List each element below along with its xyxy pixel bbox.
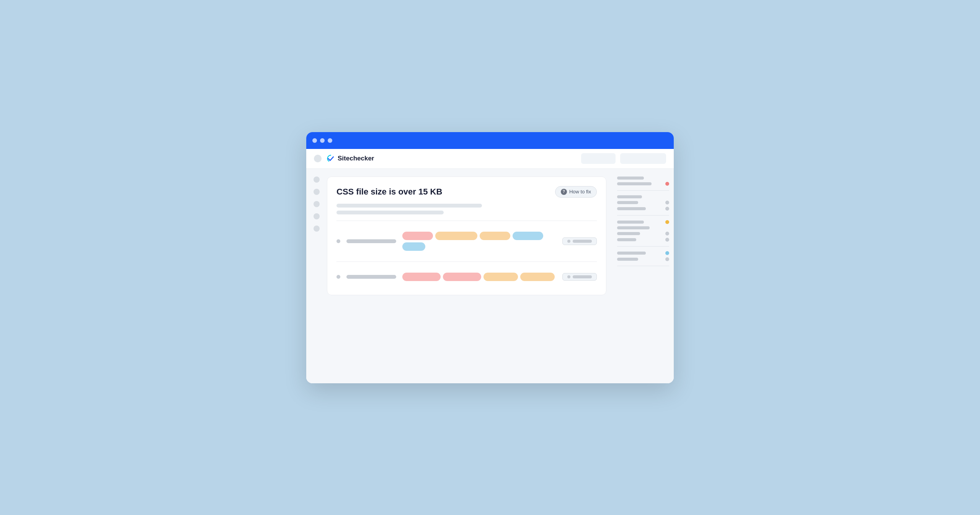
row-action-bar bbox=[573, 240, 592, 243]
row-action-2[interactable] bbox=[562, 273, 597, 281]
rp-line bbox=[617, 195, 642, 198]
tags-group-1 bbox=[402, 232, 556, 251]
rp-section-2 bbox=[617, 195, 669, 216]
sidebar-nav-2[interactable] bbox=[314, 189, 320, 195]
rp-row bbox=[617, 251, 669, 255]
description-line-1 bbox=[336, 204, 482, 208]
brand: Sitechecker bbox=[326, 154, 374, 163]
tag-pink-lg-2 bbox=[443, 273, 481, 281]
rp-row bbox=[617, 232, 669, 235]
rp-line bbox=[617, 201, 638, 204]
right-panel bbox=[612, 169, 674, 383]
how-to-fix-icon: ? bbox=[561, 189, 567, 195]
rp-indicator-orange bbox=[665, 220, 669, 224]
rp-indicator-red bbox=[665, 182, 669, 186]
rp-row bbox=[617, 207, 669, 211]
window-dot-1 bbox=[312, 138, 317, 143]
row-label-1 bbox=[346, 239, 396, 243]
sidebar-nav-3[interactable] bbox=[314, 201, 320, 207]
toolbar-button-1[interactable] bbox=[581, 153, 616, 164]
rp-section-3 bbox=[617, 220, 669, 247]
rp-row bbox=[617, 182, 669, 186]
rp-row bbox=[617, 201, 669, 204]
rp-line bbox=[617, 177, 644, 180]
rp-row bbox=[617, 220, 669, 224]
browser-titlebar bbox=[306, 132, 674, 149]
window-dot-3 bbox=[328, 138, 332, 143]
tag-peach-2 bbox=[480, 232, 510, 240]
row-dot-2 bbox=[336, 275, 340, 279]
tags-group-2 bbox=[402, 273, 556, 281]
brand-logo-icon bbox=[326, 154, 335, 163]
divider-2 bbox=[336, 262, 597, 262]
tag-blue-2 bbox=[402, 242, 425, 251]
toolbar-circle bbox=[314, 155, 322, 162]
rp-line bbox=[617, 221, 644, 224]
row-label-2 bbox=[346, 275, 396, 279]
row-action-1[interactable] bbox=[562, 237, 597, 245]
divider-1 bbox=[336, 221, 597, 221]
rp-line bbox=[617, 252, 646, 255]
rp-line bbox=[617, 232, 640, 235]
browser-content: CSS file size is over 15 KB ? How to fix bbox=[306, 169, 674, 383]
row-action-bar-2 bbox=[573, 275, 592, 278]
how-to-fix-label: How to fix bbox=[569, 189, 591, 195]
rp-row bbox=[617, 257, 669, 261]
rp-row bbox=[617, 195, 669, 198]
sidebar bbox=[306, 169, 327, 383]
rp-line bbox=[617, 182, 652, 185]
rp-line bbox=[617, 226, 650, 229]
tag-peach-xl-2 bbox=[520, 273, 555, 281]
browser-window: Sitechecker CSS file size is over 15 KB … bbox=[306, 132, 674, 383]
tag-peach-xl-1 bbox=[483, 273, 518, 281]
rp-dot-gray-2 bbox=[665, 207, 669, 211]
issue-card: CSS file size is over 15 KB ? How to fix bbox=[327, 177, 606, 295]
table-row bbox=[336, 268, 597, 286]
rp-dot-gray-4 bbox=[665, 238, 669, 242]
rp-dot-gray bbox=[665, 201, 669, 204]
card-title: CSS file size is over 15 KB bbox=[336, 187, 442, 197]
row-action-dot-2 bbox=[567, 275, 570, 278]
row-dot-1 bbox=[336, 239, 340, 243]
rp-line bbox=[617, 207, 646, 210]
sidebar-nav-1[interactable] bbox=[314, 177, 320, 183]
tag-pink-1 bbox=[402, 232, 433, 240]
sidebar-nav-4[interactable] bbox=[314, 213, 320, 219]
main-content: CSS file size is over 15 KB ? How to fix bbox=[327, 169, 612, 383]
rp-line bbox=[617, 258, 638, 261]
rp-line bbox=[617, 238, 636, 241]
window-dot-2 bbox=[320, 138, 325, 143]
browser-toolbar: Sitechecker bbox=[306, 149, 674, 169]
sidebar-nav-5[interactable] bbox=[314, 226, 320, 232]
tag-blue-1 bbox=[513, 232, 543, 240]
rp-row bbox=[617, 238, 669, 242]
description-line-2 bbox=[336, 211, 444, 214]
rp-dot-gray-5 bbox=[665, 257, 669, 261]
rp-section-4 bbox=[617, 251, 669, 266]
how-to-fix-button[interactable]: ? How to fix bbox=[555, 186, 597, 198]
row-action-dot bbox=[567, 240, 570, 243]
card-header: CSS file size is over 15 KB ? How to fix bbox=[336, 186, 597, 198]
rp-row bbox=[617, 226, 669, 229]
toolbar-button-2[interactable] bbox=[620, 153, 666, 164]
rp-section-1 bbox=[617, 177, 669, 191]
rp-dot-gray-3 bbox=[665, 232, 669, 235]
table-row bbox=[336, 227, 597, 255]
tag-peach-1 bbox=[435, 232, 477, 240]
rp-indicator-blue bbox=[665, 251, 669, 255]
rp-row bbox=[617, 177, 669, 180]
tag-pink-lg-1 bbox=[402, 273, 441, 281]
brand-name: Sitechecker bbox=[338, 155, 374, 162]
